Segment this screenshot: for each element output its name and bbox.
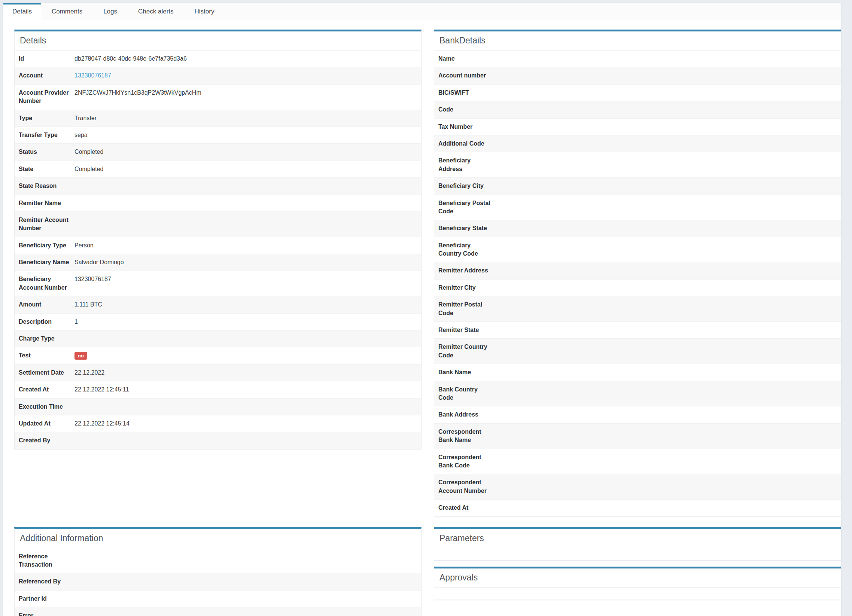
- field-label: Charge Type: [17, 335, 71, 343]
- field-value: [490, 478, 494, 486]
- table-row: Testno: [15, 347, 421, 364]
- field-label: Remitter Name: [17, 199, 71, 207]
- table-row: Remitter Name: [15, 195, 421, 211]
- field-label: Remitter State: [436, 326, 490, 334]
- field-value: 22.12.2022: [71, 368, 104, 377]
- field-label: Correspondent Account Number: [436, 478, 490, 495]
- table-row: Referenced By: [15, 573, 421, 590]
- table-row: StateCompleted: [15, 160, 421, 177]
- details-panel-title: Details: [15, 32, 421, 51]
- field-label: Remitter Postal Code: [436, 300, 490, 317]
- table-row: Beneficiary State: [434, 220, 841, 237]
- field-value: [490, 368, 494, 376]
- table-row: Tax Number: [434, 118, 841, 135]
- tab-history[interactable]: History: [184, 3, 225, 20]
- field-label: BIC/SWIFT: [436, 89, 490, 97]
- table-row: Execution Time: [15, 398, 421, 415]
- field-value: [490, 182, 494, 190]
- field-value: [490, 156, 494, 165]
- table-row: Correspondent Bank Name: [434, 423, 841, 449]
- field-label: Account Provider Number: [17, 89, 71, 106]
- field-label: Execution Time: [17, 403, 71, 411]
- field-value: Salvador Domingo: [71, 258, 124, 266]
- field-label: Tax Number: [436, 123, 490, 131]
- table-row: Account13230076187: [15, 67, 421, 84]
- field-label: Updated At: [17, 420, 71, 428]
- table-row: Iddb278047-d80c-40dc-948e-6e7fa735d3a6: [15, 51, 421, 67]
- test-badge: no: [74, 352, 87, 359]
- approvals-panel-title: Approvals: [434, 568, 841, 587]
- parameters-empty-body: [434, 548, 841, 560]
- table-row: StatusCompleted: [15, 143, 421, 160]
- field-value: [71, 595, 74, 603]
- field-value: [490, 504, 494, 512]
- field-value: 22.12.2022 12:45:14: [71, 420, 130, 428]
- field-label: Correspondent Bank Name: [436, 428, 490, 445]
- field-label: Transfer Type: [17, 131, 71, 139]
- table-row: Remitter Postal Code: [434, 296, 841, 322]
- field-label: Remitter City: [436, 284, 490, 292]
- table-row: Remitter Address: [434, 262, 841, 279]
- field-value: [490, 266, 494, 275]
- table-row: Beneficiary City: [434, 177, 841, 194]
- field-value: Transfer: [71, 114, 97, 122]
- field-value: 13230076187: [71, 275, 111, 283]
- details-panel: Details Iddb278047-d80c-40dc-948e-6e7fa7…: [14, 30, 421, 450]
- table-row: Remitter City: [434, 279, 841, 296]
- field-label: Beneficiary Type: [17, 242, 71, 250]
- field-value: [71, 335, 74, 343]
- field-label: Account: [17, 71, 71, 80]
- tab-content: Details Iddb278047-d80c-40dc-948e-6e7fa7…: [3, 20, 841, 616]
- bank-details-rows: NameAccount numberBIC/SWIFTCodeTax Numbe…: [434, 51, 841, 516]
- tab-logs[interactable]: Logs: [93, 3, 128, 20]
- field-value: [71, 199, 74, 207]
- table-row: Charge Type: [15, 330, 421, 347]
- parameters-panel: Parameters: [434, 527, 841, 561]
- table-row: Account number: [434, 67, 841, 84]
- field-label: Beneficiary Account Number: [17, 275, 71, 292]
- field-value: 13230076187: [71, 71, 111, 80]
- table-row: Beneficiary NameSalvador Domingo: [15, 254, 421, 270]
- table-row: Error: [15, 607, 421, 616]
- field-label: Beneficiary Postal Code: [436, 199, 490, 216]
- field-label: Description: [17, 318, 71, 326]
- field-label: Created At: [436, 504, 490, 512]
- field-value: [490, 411, 494, 419]
- field-label: Beneficiary State: [436, 224, 490, 233]
- field-value: [490, 54, 494, 63]
- approvals-panel: Approvals: [434, 566, 841, 600]
- field-value: [490, 224, 494, 233]
- additional-information-rows: Reference TransactionReferenced ByPartne…: [15, 548, 421, 616]
- additional-information-panel: Additional Information Reference Transac…: [14, 527, 421, 616]
- field-value: db278047-d80c-40dc-948e-6e7fa735d3a6: [71, 54, 187, 63]
- field-value: [71, 182, 74, 190]
- field-value: [490, 199, 494, 207]
- field-label: Created By: [17, 436, 71, 445]
- field-value: 2NFJZCWxJ7HkiYsn1cB3qP2W3tWkVgpAcHm: [71, 89, 201, 97]
- field-label: Created At: [17, 385, 71, 394]
- field-value: [490, 453, 494, 462]
- field-label: Settlement Date: [17, 368, 71, 377]
- field-value: [490, 71, 494, 80]
- table-row: Description1: [15, 313, 421, 330]
- field-label: Beneficiary City: [436, 182, 490, 190]
- account-link[interactable]: 13230076187: [74, 72, 111, 79]
- field-label: Error: [17, 611, 71, 616]
- field-label: Referenced By: [17, 577, 71, 586]
- field-label: Id: [17, 54, 71, 63]
- table-row: Beneficiary Postal Code: [434, 195, 841, 220]
- field-value: no: [71, 352, 87, 359]
- bank-details-panel-title: BankDetails: [434, 32, 841, 51]
- table-row: Created At22.12.2022 12:45:11: [15, 381, 421, 398]
- field-label: Beneficiary Address: [436, 156, 490, 173]
- tab-details[interactable]: Details: [3, 3, 41, 20]
- field-value: Completed: [71, 165, 103, 173]
- approvals-empty-body: [434, 587, 841, 599]
- field-label: Test: [17, 352, 71, 359]
- field-value: [490, 106, 494, 114]
- tab-check-alerts[interactable]: Check alerts: [128, 3, 184, 20]
- field-value: [490, 123, 494, 131]
- field-label: Beneficiary Name: [17, 258, 71, 266]
- table-row: Created By: [15, 432, 421, 449]
- tab-comments[interactable]: Comments: [41, 3, 93, 20]
